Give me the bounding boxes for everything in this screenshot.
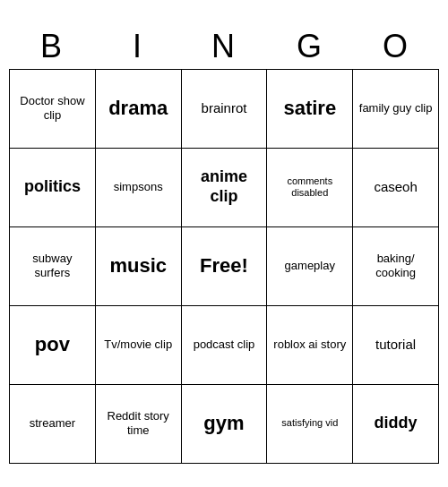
bingo-cell: satire xyxy=(267,70,353,149)
cell-label: tutorial xyxy=(375,337,416,353)
cell-label: gym xyxy=(203,412,244,435)
bingo-cell: drama xyxy=(96,70,182,149)
bingo-cell: subway surfers xyxy=(10,227,96,306)
bingo-letter: B xyxy=(9,24,95,69)
bingo-cell: pov xyxy=(10,306,96,385)
bingo-card: BINGO Doctor show clipdramabrainrotsatir… xyxy=(9,24,439,464)
bingo-cell: Doctor show clip xyxy=(10,70,96,149)
bingo-cell: gym xyxy=(182,385,268,464)
cell-label: roblox ai story xyxy=(273,337,346,352)
cell-label: pov xyxy=(35,333,70,356)
cell-label: streamer xyxy=(30,416,75,431)
bingo-letter: O xyxy=(353,24,439,69)
bingo-cell: gameplay xyxy=(267,227,353,306)
bingo-cell: simpsons xyxy=(96,149,182,227)
bingo-cell: anime clip xyxy=(182,149,268,227)
bingo-cell: Tv/movie clip xyxy=(96,306,182,385)
bingo-cell: diddy xyxy=(353,385,439,464)
bingo-letter: G xyxy=(267,24,353,69)
bingo-cell: family guy clip xyxy=(353,70,439,149)
bingo-cell: brainrot xyxy=(182,70,268,149)
bingo-cell: politics xyxy=(10,149,96,227)
cell-label: podcast clip xyxy=(194,337,255,352)
bingo-cell: tutorial xyxy=(353,306,439,385)
cell-label: comments disabled xyxy=(271,175,349,199)
bingo-cell: roblox ai story xyxy=(267,306,353,385)
bingo-cell: Reddit story time xyxy=(96,385,182,464)
cell-label: simpsons xyxy=(114,180,163,194)
cell-label: anime clip xyxy=(185,167,263,206)
bingo-cell: podcast clip xyxy=(182,306,268,385)
cell-label: Tv/movie clip xyxy=(104,337,172,352)
bingo-cell: satisfying vid xyxy=(267,385,353,464)
bingo-cell: baking/ cooking xyxy=(353,227,439,306)
cell-label: music xyxy=(109,254,167,278)
cell-label: subway surfers xyxy=(13,252,91,279)
cell-label: politics xyxy=(24,177,81,197)
bingo-cell: caseoh xyxy=(353,149,439,227)
cell-label: family guy clip xyxy=(359,101,433,115)
bingo-header: BINGO xyxy=(9,24,439,69)
cell-label: Free! xyxy=(200,254,248,278)
cell-label: satisfying vid xyxy=(281,417,338,429)
bingo-cell: comments disabled xyxy=(267,149,353,227)
cell-label: drama xyxy=(108,97,168,120)
cell-label: satire xyxy=(283,97,336,120)
bingo-cell: music xyxy=(96,227,182,306)
cell-label: caseoh xyxy=(374,179,417,195)
cell-label: baking/ cooking xyxy=(357,252,435,279)
bingo-cell: Free! xyxy=(182,227,268,306)
bingo-grid: Doctor show clipdramabrainrotsatirefamil… xyxy=(9,69,439,464)
cell-label: gameplay xyxy=(285,259,335,273)
cell-label: brainrot xyxy=(202,100,247,116)
bingo-cell: streamer xyxy=(10,385,96,464)
bingo-letter: N xyxy=(181,24,267,69)
bingo-letter: I xyxy=(95,24,181,69)
cell-label: Reddit story time xyxy=(99,409,177,437)
cell-label: Doctor show clip xyxy=(13,94,91,122)
cell-label: diddy xyxy=(375,414,418,433)
